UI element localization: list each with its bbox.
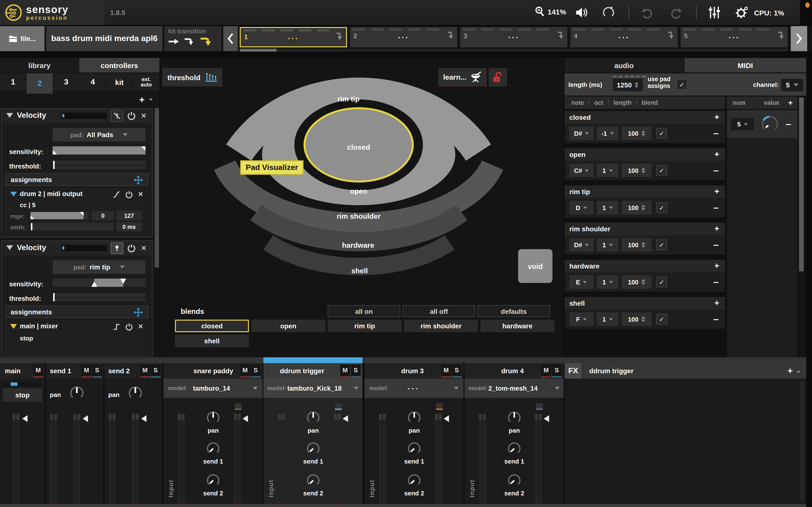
mute-button[interactable]: M xyxy=(240,364,250,377)
octave-select[interactable]: 1 xyxy=(597,201,618,214)
controller-tab-1[interactable]: 1 xyxy=(0,73,26,91)
pin-button-active[interactable] xyxy=(111,242,123,254)
add-note-button[interactable]: + xyxy=(714,261,719,271)
mute-button[interactable]: M xyxy=(541,364,551,377)
mixer-channel-snare-paddy[interactable]: snare paddy M S model: tamburo_14 Input … xyxy=(163,363,262,504)
solo-button[interactable]: S xyxy=(251,364,260,377)
smooth-slider[interactable] xyxy=(31,223,114,230)
close-icon[interactable]: ✕ xyxy=(141,244,147,252)
move-icon[interactable] xyxy=(134,307,143,317)
range-max-value[interactable]: 127 xyxy=(116,211,142,220)
setlist-scroll-right-button[interactable] xyxy=(791,26,807,51)
zoom-control[interactable]: 141% xyxy=(535,6,566,17)
master-volume-knob[interactable] xyxy=(601,5,616,20)
close-icon[interactable]: ✕ xyxy=(138,323,143,330)
channel-select[interactable]: 5 xyxy=(781,79,803,91)
volume-fader[interactable] xyxy=(22,415,28,422)
mixer-channel-ddrum-trigger[interactable]: ddrum trigger M S model: tamburo_Kick_18… xyxy=(263,363,362,504)
pan-knob[interactable] xyxy=(406,409,422,426)
blend-rim-tip-button[interactable]: rim tip xyxy=(328,320,402,332)
remove-note-button[interactable]: − xyxy=(713,166,719,175)
add-controller-caret-icon[interactable] xyxy=(149,99,153,101)
setlist-tab-3[interactable]: 3 ... xyxy=(460,27,567,47)
midi-panel-scrollbar[interactable] xyxy=(799,97,804,357)
blends-all-on-button[interactable]: all on xyxy=(328,305,400,317)
send1-knob[interactable] xyxy=(305,440,321,457)
add-note-button[interactable]: + xyxy=(714,298,719,308)
add-note-button[interactable]: + xyxy=(714,113,719,122)
length-spinner[interactable]: 100 xyxy=(621,126,652,140)
range-min-value[interactable]: 0 xyxy=(92,211,114,220)
add-cc-button[interactable]: + xyxy=(788,99,793,107)
left-panel-scrollbar-thumb[interactable] xyxy=(155,108,159,268)
mixer-channel-send1[interactable]: send 1 M S pan xyxy=(46,363,103,504)
transition-immediate-icon[interactable] xyxy=(168,37,180,46)
transition-next-bar-icon[interactable] xyxy=(200,37,213,46)
solo-button[interactable]: S xyxy=(151,364,160,377)
sensitivity-range-slider[interactable] xyxy=(53,279,146,287)
controller-tab-2-active[interactable]: 2 xyxy=(27,73,53,94)
pan-knob[interactable] xyxy=(506,409,522,426)
speaker-icon[interactable] xyxy=(575,7,588,18)
blend-closed-button-active[interactable]: closed xyxy=(175,320,249,332)
remove-cc-button[interactable]: − xyxy=(785,119,792,129)
note-enabled-checkbox[interactable]: ✓ xyxy=(656,165,667,176)
length-spinner[interactable]: 100 xyxy=(621,313,652,326)
mute-button[interactable]: M xyxy=(82,364,91,377)
mixer-select-strip[interactable] xyxy=(0,357,806,363)
chevron-down-icon[interactable] xyxy=(797,371,800,373)
blend-shell-button[interactable]: shell xyxy=(175,335,249,347)
octave-select[interactable]: 1 xyxy=(597,275,618,289)
cc-value-knob[interactable] xyxy=(761,115,779,133)
volume-fader[interactable] xyxy=(141,415,146,422)
blends-all-off-button[interactable]: all off xyxy=(403,305,475,317)
add-note-button[interactable]: + xyxy=(714,150,719,159)
remove-note-button[interactable]: − xyxy=(713,203,719,212)
spinner-up-icon[interactable] xyxy=(635,82,639,84)
setlist-tab-2[interactable]: 2 ... xyxy=(350,27,457,47)
setlist-scroll-left-button[interactable] xyxy=(223,26,238,51)
model-row[interactable]: model: - - - xyxy=(364,379,463,398)
mute-button[interactable]: M xyxy=(441,364,451,377)
volume-fader[interactable] xyxy=(83,415,88,422)
controller-tab-3[interactable]: 3 xyxy=(53,73,79,91)
redo-icon[interactable] xyxy=(670,6,682,19)
note-select[interactable]: D# xyxy=(569,126,594,140)
send1-knob[interactable] xyxy=(205,440,221,457)
collapse-triangle-icon[interactable] xyxy=(6,245,13,250)
note-enabled-checkbox[interactable]: ✓ xyxy=(656,202,667,213)
setlist-tab-5[interactable]: 5 ... xyxy=(680,27,788,47)
mixer-bottom-scrollbar[interactable] xyxy=(0,504,806,507)
add-controller-button[interactable]: + xyxy=(139,95,145,105)
remove-note-button[interactable]: − xyxy=(713,240,719,249)
solo-button[interactable]: S xyxy=(351,364,361,377)
send1-knob[interactable] xyxy=(406,440,422,457)
pan-knob[interactable] xyxy=(126,384,144,402)
send2-knob[interactable] xyxy=(406,472,422,489)
midi-panel-scrollbar-thumb[interactable] xyxy=(799,98,804,271)
cc-num-select[interactable]: 5 xyxy=(731,118,754,130)
octave-select[interactable]: 1 xyxy=(597,313,618,326)
threshold-slider[interactable] xyxy=(53,161,146,169)
left-panel-scrollbar[interactable] xyxy=(155,108,159,356)
learn-button[interactable]: learn... xyxy=(439,68,487,87)
solo-button[interactable]: S xyxy=(452,364,462,377)
threshold-button[interactable]: threshold xyxy=(162,68,222,87)
setlist-scrollbar-thumb[interactable] xyxy=(240,49,276,52)
model-row[interactable]: model: 2_tom-mesh_14 xyxy=(464,379,564,398)
mute-button[interactable]: M xyxy=(340,364,350,377)
length-spinner[interactable]: 100 xyxy=(621,275,652,289)
add-note-button[interactable]: + xyxy=(714,187,719,196)
move-icon[interactable] xyxy=(134,175,143,185)
transition-next-beat-icon[interactable] xyxy=(184,37,196,46)
controller-tab-4[interactable]: 4 xyxy=(80,73,106,91)
settings-gear-icon[interactable] xyxy=(735,6,749,19)
mute-button[interactable]: M xyxy=(140,364,150,377)
power-icon[interactable] xyxy=(125,323,133,331)
note-select[interactable]: D xyxy=(569,201,594,214)
tab-controllers[interactable]: controllers xyxy=(79,58,159,72)
power-icon[interactable] xyxy=(127,112,136,120)
kit-name[interactable]: bass drum midi merda apl6 xyxy=(46,26,162,51)
note-enabled-checkbox[interactable]: ✓ xyxy=(656,277,667,287)
blend-open-button[interactable]: open xyxy=(251,320,325,332)
